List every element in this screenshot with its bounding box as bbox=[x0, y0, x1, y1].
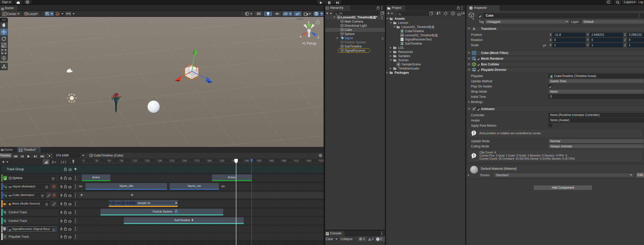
svg-text:480: 480 bbox=[282, 159, 287, 162]
svg-text:Persp: Persp bbox=[307, 41, 316, 45]
svg-text:Active: Active bbox=[92, 176, 100, 179]
svg-text:#: # bbox=[4, 235, 5, 238]
svg-text:Particle System: Particle System bbox=[153, 210, 172, 213]
svg-text:x: x bbox=[300, 35, 302, 38]
svg-text:Active: Active bbox=[228, 176, 236, 179]
svg-text:390: 390 bbox=[245, 159, 249, 162]
svg-text:540: 540 bbox=[307, 159, 311, 162]
svg-text:{}: {} bbox=[5, 212, 6, 214]
svg-text:300: 300 bbox=[207, 159, 212, 162]
svg-text:Vayne_idle: Vayne_idle bbox=[119, 184, 133, 187]
svg-text:450: 450 bbox=[270, 159, 274, 162]
svg-text:420: 420 bbox=[257, 159, 262, 162]
svg-text:330: 330 bbox=[220, 159, 224, 162]
svg-text:30: 30 bbox=[96, 159, 99, 162]
svg-text:510: 510 bbox=[295, 159, 299, 162]
svg-text:0: 0 bbox=[83, 159, 85, 162]
svg-text:Vayne_run: Vayne_run bbox=[188, 184, 201, 187]
svg-text:120: 120 bbox=[133, 159, 137, 162]
svg-text:Y: Y bbox=[47, 13, 49, 16]
svg-text:180: 180 bbox=[158, 159, 162, 162]
svg-text:240: 240 bbox=[183, 159, 187, 162]
svg-text:270: 270 bbox=[195, 159, 199, 162]
svg-text:sample-3s: sample-3s bbox=[137, 201, 151, 205]
svg-text:SubTimeline: SubTimeline bbox=[174, 219, 190, 222]
svg-text:570: 570 bbox=[319, 159, 324, 162]
svg-text:210: 210 bbox=[170, 159, 175, 162]
svg-text:#: # bbox=[401, 39, 402, 41]
svg-text:z: z bbox=[318, 35, 319, 39]
svg-text:60: 60 bbox=[108, 159, 111, 162]
svg-text:150: 150 bbox=[145, 159, 150, 162]
svg-text:90: 90 bbox=[120, 159, 124, 162]
svg-text:{}: {} bbox=[5, 221, 6, 223]
svg-text:y: y bbox=[308, 20, 310, 24]
